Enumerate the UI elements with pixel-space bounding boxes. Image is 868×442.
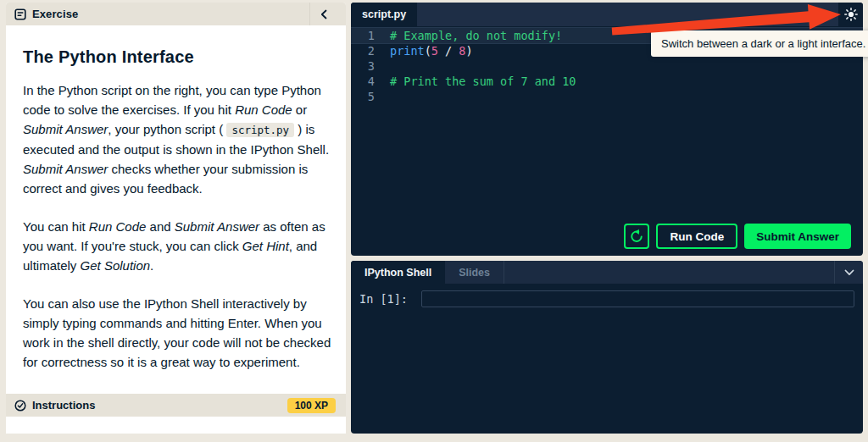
tab-ipython-shell[interactable]: IPython Shell xyxy=(351,261,445,284)
code-line: 5 xyxy=(351,89,863,104)
instruction-item: Experiment in the IPython Shell; type 5 … xyxy=(23,432,332,434)
exercise-body: The Python Interface In the Python scrip… xyxy=(6,25,346,434)
line-number: 4 xyxy=(351,74,390,89)
script-tab-label: script.py xyxy=(362,8,406,20)
exercise-header-label: Exercise xyxy=(32,8,78,20)
chevron-down-icon xyxy=(844,269,854,276)
chevron-left-icon xyxy=(320,9,327,19)
exercise-paragraph: You can also use the IPython Shell inter… xyxy=(23,294,332,372)
shell-body: In [1]: xyxy=(351,284,863,434)
collapse-console-button[interactable] xyxy=(834,261,863,284)
code-line: 3 xyxy=(351,58,863,74)
shell-input[interactable] xyxy=(421,290,854,307)
collapse-panel-button[interactable] xyxy=(310,3,337,25)
theme-toggle-tooltip: Switch between a dark or a light interfa… xyxy=(651,30,868,57)
shell-prompt: In [1]: xyxy=(359,290,415,307)
code-editor[interactable]: 1 # Example, do not modify! 2 print(5 / … xyxy=(351,26,863,256)
reset-code-button[interactable] xyxy=(624,224,649,249)
instructions-label: Instructions xyxy=(32,399,95,412)
submit-answer-button[interactable]: Submit Answer xyxy=(744,224,851,249)
editor-tab-bar: script.py xyxy=(351,3,863,26)
line-number: 2 xyxy=(351,43,390,58)
exercise-header: Exercise xyxy=(6,3,346,25)
run-code-button[interactable]: Run Code xyxy=(656,224,737,249)
line-number: 5 xyxy=(351,89,390,104)
code-line: 4 # Print the sum of 7 and 10 xyxy=(351,74,863,89)
page-title: The Python Interface xyxy=(23,47,332,67)
xp-badge: 100 XP xyxy=(287,398,336,413)
reset-icon xyxy=(629,229,644,244)
exercise-panel: Exercise The Python Interface In the Pyt… xyxy=(6,3,346,434)
tab-slides[interactable]: Slides xyxy=(445,261,504,284)
exercise-journal-icon xyxy=(14,8,26,20)
exercise-paragraph: In the Python script on the right, you c… xyxy=(23,80,332,198)
line-number: 3 xyxy=(351,58,390,74)
console-panel: IPython Shell Slides In [1]: xyxy=(351,261,863,434)
theme-toggle-button[interactable] xyxy=(838,3,863,26)
console-tab-bar: IPython Shell Slides xyxy=(351,261,863,284)
sun-icon xyxy=(844,8,858,21)
instructions-list: Experiment in the IPython Shell; type 5 … xyxy=(23,432,332,434)
check-circle-icon xyxy=(14,400,26,412)
line-number: 1 xyxy=(351,28,390,43)
editor-actions: Run Code Submit Answer xyxy=(624,224,851,249)
exercise-paragraph: You can hit Run Code and Submit Answer a… xyxy=(23,217,332,275)
exercise-page: Exercise The Python Interface In the Pyt… xyxy=(0,0,868,442)
instructions-header: Instructions 100 XP xyxy=(6,394,346,417)
tab-script-py[interactable]: script.py xyxy=(351,3,417,26)
